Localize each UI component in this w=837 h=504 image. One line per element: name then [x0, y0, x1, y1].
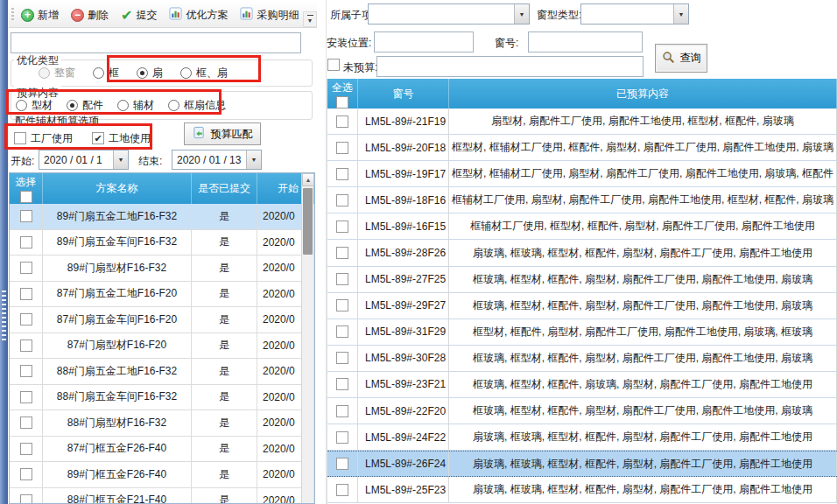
panel-splitter[interactable]	[317, 0, 327, 504]
no-budget-checkbox[interactable]	[327, 59, 340, 71]
row-checkbox[interactable]	[336, 194, 348, 206]
plan-table-row[interactable]: 87#门扇五金车间F16-F20是2020/0	[10, 307, 314, 333]
row-checkbox[interactable]	[336, 352, 348, 364]
row-checkbox[interactable]	[336, 405, 348, 417]
date-start-picker[interactable]: 2020 / 01 / 1 ▼	[39, 150, 129, 170]
window-table-row[interactable]: LM5L-89#-29F27框玻璃, 框型材, 框配件, 扇型材, 扇配件工厂使…	[327, 293, 837, 319]
radio-sash[interactable]: 扇	[137, 66, 163, 80]
window-table-row[interactable]: LM5L-89#-23F21框玻璃, 框型材, 框配件, 扇玻璃, 扇型材, 扇…	[327, 372, 837, 398]
row-checkbox[interactable]	[20, 443, 32, 455]
plan-table-row[interactable]: 89#门框五金F26-F40是2020/0	[10, 462, 314, 488]
toolbar-overflow-button[interactable]: ▼	[303, 11, 317, 27]
scrollbar-thumb[interactable]	[303, 188, 313, 255]
sub-item-select[interactable]: ▼	[368, 4, 530, 24]
radio-profile[interactable]: 型材	[16, 98, 53, 113]
optimize-plan-button[interactable]: 优化方案	[165, 5, 231, 24]
plan-table-scrollbar[interactable]: ▲	[301, 173, 313, 503]
window-table-row[interactable]: LM5L-89#-25F23扇玻璃, 框玻璃, 框型材, 框配件, 扇型材, 扇…	[327, 477, 837, 503]
row-checkbox[interactable]	[336, 378, 348, 390]
budgeted-content-column-header[interactable]: 已预算内容	[449, 79, 837, 108]
delete-button[interactable]: −删除	[67, 6, 112, 24]
plan-filter-input[interactable]	[11, 32, 301, 53]
row-checkbox[interactable]	[336, 247, 348, 259]
row-checkbox[interactable]	[20, 391, 32, 403]
row-select-cell	[327, 240, 358, 265]
row-checkbox[interactable]	[20, 365, 32, 377]
submitted-column-header[interactable]: 是否已提交	[192, 173, 257, 204]
plan-table-row[interactable]: 88#门框五金F21-F40是2020/0	[10, 488, 314, 504]
row-checkbox[interactable]	[336, 116, 348, 128]
row-checkbox[interactable]	[20, 313, 32, 326]
row-checkbox[interactable]	[336, 484, 348, 496]
chevron-down-icon[interactable]: ▼	[246, 150, 261, 169]
query-button[interactable]: 查询	[655, 44, 707, 73]
window-table-row[interactable]: LM5L-89#-18F16框辅材工厂使用, 扇型材, 扇配件工厂使用, 扇配件…	[327, 187, 837, 214]
plan-table-row[interactable]: 88#门扇五金工地F16-F32是2020/0	[10, 359, 314, 385]
row-select-cell	[327, 477, 358, 502]
row-checkbox[interactable]	[336, 299, 348, 312]
plan-table-row[interactable]: 87#门扇五金工地F16-F20是2020/0	[10, 282, 314, 308]
radio-frame-sash[interactable]: 框、扇	[180, 66, 228, 80]
no-budget-input[interactable]	[376, 56, 644, 77]
window-no-column-header[interactable]: 窗号	[358, 79, 449, 108]
radio-frame-sash-info[interactable]: 框扇信息	[168, 98, 226, 113]
select-all-checkbox[interactable]	[336, 96, 348, 108]
row-checkbox[interactable]	[336, 142, 348, 154]
chevron-down-icon[interactable]: ▼	[113, 150, 128, 169]
row-checkbox[interactable]	[336, 273, 348, 285]
window-table-row[interactable]: LM5L-89#-19F17框型材, 框辅材工厂使用, 扇型材, 扇配件工厂使用…	[327, 161, 837, 187]
row-checkbox[interactable]	[336, 168, 348, 180]
row-checkbox[interactable]	[20, 210, 32, 222]
plan-table-row[interactable]: 89#门扇五金工地F16-F32是2020/0	[10, 204, 314, 230]
radio-frame[interactable]: 框	[93, 66, 119, 80]
budget-match-button[interactable]: 预算匹配	[184, 122, 261, 145]
row-checkbox[interactable]	[336, 458, 348, 470]
row-checkbox[interactable]	[20, 288, 32, 300]
row-checkbox[interactable]	[336, 431, 348, 444]
row-checkbox[interactable]	[20, 468, 32, 480]
window-table-row[interactable]: LM5L-89#-27F25框玻璃, 框型材, 框配件, 扇型材, 扇配件工厂使…	[327, 267, 837, 293]
row-checkbox[interactable]	[20, 340, 32, 352]
row-checkbox[interactable]	[20, 494, 32, 504]
window-table-row[interactable]: LM5L-89#-16F15框辅材工厂使用, 框型材, 框配件, 扇型材, 扇配…	[327, 214, 837, 240]
window-table-row[interactable]: LM5L-89#-30F28框玻璃, 框型材, 框配件, 扇型材, 扇配件工厂使…	[327, 346, 837, 372]
select-column-header[interactable]: 选择	[10, 173, 43, 204]
row-checkbox[interactable]	[20, 236, 32, 248]
window-table-row[interactable]: LM5L-89#-21F19扇型材, 扇配件工厂使用, 扇配件工地使用, 框型材…	[327, 108, 837, 135]
plan-table-row[interactable]: 88#门扇型材F16-F32是2020/0	[10, 410, 314, 437]
checkbox-site-use[interactable]: ✔工地使用	[92, 131, 151, 146]
row-checkbox[interactable]	[336, 220, 348, 233]
select-all-checkbox[interactable]	[20, 191, 32, 203]
chevron-down-icon[interactable]: ▼	[673, 4, 688, 24]
window-table-row[interactable]: LM5L-89#-24F22扇玻璃, 框玻璃, 框型材, 框配件, 扇型材, 扇…	[327, 424, 837, 451]
radio-aux-material[interactable]: 辅材	[117, 98, 154, 113]
window-table-row[interactable]: LM5L-89#-31F29框型材, 框配件, 扇型材, 扇配件工厂使用, 扇配…	[327, 319, 837, 346]
row-checkbox[interactable]	[20, 416, 32, 429]
window-table-row[interactable]: LM5L-89#-20F18框型材, 框辅材工厂使用, 框配件, 扇型材, 扇配…	[327, 135, 837, 161]
plan-table-row[interactable]: 87#门框五金F26-F40是2020/0	[10, 437, 314, 463]
window-table-row[interactable]: LM5L-89#-22F20框玻璃, 框型材, 框配件, 扇型材, 扇配件工厂使…	[327, 398, 837, 424]
scroll-up-icon[interactable]: ▲	[302, 173, 314, 186]
window-table-row[interactable]: LM5L-89#-26F24扇玻璃, 框玻璃, 框型材, 框配件, 扇型材, 扇…	[327, 451, 837, 477]
add-button[interactable]: +新增	[18, 6, 62, 24]
row-checkbox[interactable]	[20, 262, 32, 274]
plan-table-row[interactable]: 89#门扇五金车间F16-F32是2020/0	[10, 230, 314, 256]
checkbox-factory-use[interactable]: 工厂使用	[14, 131, 73, 146]
window-no-input[interactable]	[528, 32, 643, 52]
plan-name-column-header[interactable]: 方案名称	[43, 173, 192, 204]
date-end-picker[interactable]: 2020 / 01 / 13 ▼	[172, 150, 262, 170]
submit-button[interactable]: ✔提交	[117, 6, 160, 24]
window-table-row[interactable]: LM5L-89#-28F26扇玻璃, 框玻璃, 框型材, 框配件, 扇型材, 扇…	[327, 240, 837, 266]
chevron-down-icon[interactable]: ▼	[514, 4, 529, 24]
plan-table-row[interactable]: 88#门扇五金车间F16-F32是2020/0	[10, 385, 314, 411]
window-type-select[interactable]: ▼	[580, 4, 689, 24]
select-all-column-header[interactable]: 全选	[327, 79, 358, 108]
splitter-grip-handle[interactable]	[2, 290, 6, 341]
row-checkbox[interactable]	[336, 326, 348, 338]
radio-accessory[interactable]: 配件	[67, 98, 103, 113]
plan-table-row[interactable]: 87#门扇型材F16-F20是2020/0	[10, 333, 314, 360]
plan-table-row[interactable]: 89#门扇型材F16-F32是2020/0	[10, 256, 314, 282]
install-pos-input[interactable]	[374, 32, 474, 52]
radio-whole-window[interactable]: 整窗	[39, 66, 75, 80]
window-no-cell: LM5L-89#-27F25	[358, 267, 449, 292]
